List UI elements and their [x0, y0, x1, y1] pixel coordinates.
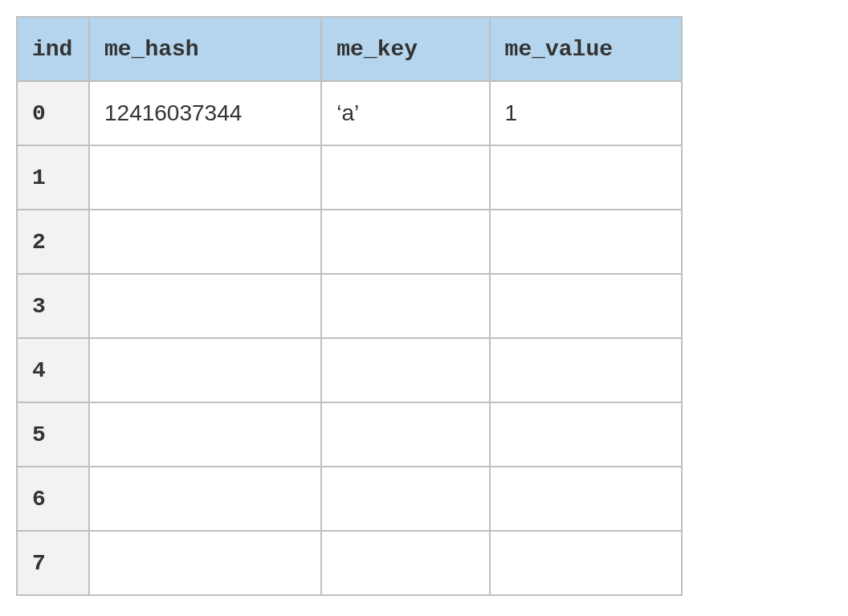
cell-me-value [490, 210, 682, 274]
table-row: 5 [17, 402, 682, 467]
cell-me-value [490, 531, 682, 595]
table-row: 0 12416037344 ‘a’ 1 [17, 81, 682, 145]
cell-me-value: 1 [490, 81, 682, 145]
cell-ind: 3 [17, 274, 89, 338]
cell-me-key [321, 338, 489, 402]
header-me-hash: me_hash [89, 17, 321, 81]
cell-ind: 0 [17, 81, 89, 145]
cell-ind: 2 [17, 210, 89, 274]
cell-me-hash [89, 210, 321, 274]
table-row: 1 [17, 145, 682, 210]
table-row: 2 [17, 210, 682, 274]
cell-me-key [321, 274, 489, 338]
cell-me-hash: 12416037344 [89, 81, 321, 145]
header-ind: ind [17, 17, 89, 81]
cell-me-hash [89, 402, 321, 467]
cell-me-key [321, 145, 489, 210]
cell-me-hash [89, 531, 321, 595]
cell-ind: 1 [17, 145, 89, 210]
table-header-row: ind me_hash me_key me_value [17, 17, 682, 81]
cell-me-hash [89, 467, 321, 531]
cell-me-key: ‘a’ [321, 81, 489, 145]
cell-ind: 4 [17, 338, 89, 402]
hash-table: ind me_hash me_key me_value 0 1241603734… [16, 16, 683, 596]
cell-me-value [490, 467, 682, 531]
table-row: 3 [17, 274, 682, 338]
cell-me-value [490, 402, 682, 467]
cell-me-value [490, 274, 682, 338]
cell-me-value [490, 338, 682, 402]
cell-me-key [321, 531, 489, 595]
cell-me-hash [89, 338, 321, 402]
table-row: 6 [17, 467, 682, 531]
table-row: 4 [17, 338, 682, 402]
cell-me-key [321, 467, 489, 531]
header-me-value: me_value [490, 17, 682, 81]
table-row: 7 [17, 531, 682, 595]
cell-me-key [321, 402, 489, 467]
cell-me-key [321, 210, 489, 274]
cell-ind: 5 [17, 402, 89, 467]
cell-ind: 7 [17, 531, 89, 595]
cell-ind: 6 [17, 467, 89, 531]
cell-me-hash [89, 274, 321, 338]
cell-me-value [490, 145, 682, 210]
cell-me-hash [89, 145, 321, 210]
header-me-key: me_key [321, 17, 489, 81]
